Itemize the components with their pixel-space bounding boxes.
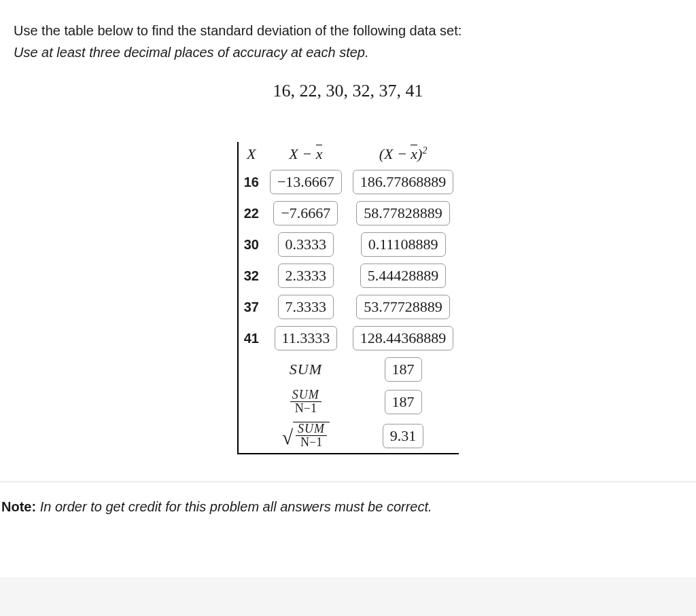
squared-deviation-input[interactable]: 53.77728889 [356, 295, 450, 319]
variance-input[interactable]: 187 [385, 390, 422, 414]
squared-deviation-input[interactable]: 5.44428889 [360, 264, 447, 288]
deviation-input[interactable]: 7.3333 [278, 295, 334, 319]
standard-deviation-table: X X − x (X − x)2 16−13.6667186.778688892… [237, 142, 459, 454]
sum-over-n-minus-1-label: SUMN−1 [264, 385, 347, 418]
x-value: 22 [238, 198, 264, 229]
squared-deviation-input[interactable]: 128.44368889 [353, 326, 454, 350]
squared-deviation-input[interactable]: 58.77828889 [356, 201, 450, 225]
deviation-input[interactable]: 11.3333 [275, 326, 338, 350]
stddev-input[interactable]: 9.31 [383, 424, 424, 448]
note-text: Note: In order to get credit for this pr… [1, 499, 682, 515]
dataset-values: 16, 22, 30, 32, 37, 41 [14, 81, 682, 101]
x-value: 32 [238, 260, 264, 291]
header-x-minus-xbar-sq: (X − x)2 [347, 142, 459, 166]
header-x-minus-xbar: X − x [264, 142, 347, 166]
sum-input[interactable]: 187 [385, 357, 422, 382]
sqrt-sum-over-n-minus-1-label: √ SUMN−1 [264, 418, 347, 454]
sum-label: SUM [264, 354, 347, 385]
x-value: 16 [238, 166, 264, 198]
deviation-input[interactable]: −13.6667 [270, 170, 342, 194]
x-value: 30 [238, 229, 264, 260]
squared-deviation-input[interactable]: 186.77868889 [353, 170, 454, 194]
squared-deviation-input[interactable]: 0.11108889 [361, 232, 446, 257]
deviation-input[interactable]: −7.6667 [273, 201, 338, 225]
header-x: X [238, 142, 264, 166]
sub-instructions-text: Use at least three decimal places of acc… [14, 45, 682, 60]
x-value: 41 [238, 323, 264, 354]
deviation-input[interactable]: 0.3333 [278, 232, 334, 257]
x-value: 37 [238, 291, 264, 323]
deviation-input[interactable]: 2.3333 [278, 264, 334, 288]
instructions-text: Use the table below to find the standard… [14, 20, 682, 41]
divider [0, 482, 696, 482]
